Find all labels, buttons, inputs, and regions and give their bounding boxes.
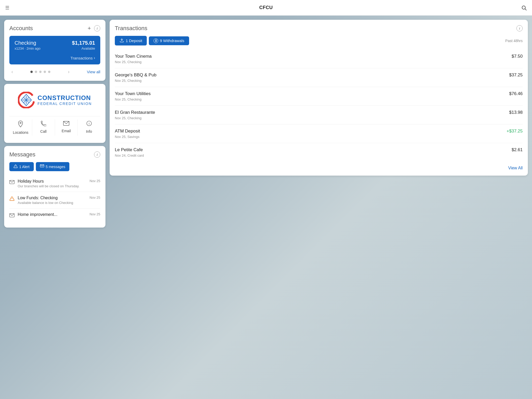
call-button[interactable]: Call: [32, 117, 55, 138]
messages-tab[interactable]: 5 messages: [36, 162, 69, 171]
view-all-accounts-button[interactable]: View all: [87, 70, 100, 74]
cfcu-logo-svg: [18, 92, 35, 108]
trans-left-1: George's BBQ & Pub Nov 25, Checking: [115, 72, 156, 83]
search-button[interactable]: [521, 5, 527, 11]
messages-title: Messages: [9, 151, 35, 158]
account-transactions-link[interactable]: Transactions ›: [15, 56, 95, 60]
trans-left-3: El Gran Restaurante Nov 25, Checking: [115, 110, 155, 120]
transaction-row-5[interactable]: Le Petite Cafe Nov 24, Credit card $2.61: [115, 143, 523, 162]
withdrawals-filter-button[interactable]: S 9 Withdrawals: [149, 36, 189, 45]
trans-merchant-0: Your Town Cinema: [115, 54, 152, 59]
trans-amount-3: $13.98: [509, 110, 523, 115]
transactions-list: Your Town Cinema Nov 25, Checking $7.50 …: [115, 50, 523, 162]
trans-amount-0: $7.50: [511, 54, 523, 59]
transaction-row-1[interactable]: George's BBQ & Pub Nov 25, Checking $37.…: [115, 68, 523, 87]
alert-title: Low Funds: Checking: [18, 196, 87, 200]
institution-name-line1: CONSTRUCTION: [38, 94, 92, 102]
trans-detail-5: Nov 24, Credit card: [115, 154, 144, 157]
trans-detail-3: Nov 25, Checking: [115, 116, 155, 120]
add-account-button[interactable]: +: [88, 25, 91, 32]
svg-point-9: [20, 122, 21, 124]
account-name: Checking: [15, 40, 41, 46]
institution-name-line2: FEDERAL CREDIT UNION: [38, 102, 92, 106]
transaction-row-0[interactable]: Your Town Cinema Nov 25, Checking $7.50: [115, 50, 523, 68]
left-column: Accounts + i Checking x1234 · 2min ago: [4, 20, 105, 228]
logo-text: CONSTRUCTION FEDERAL CREDIT UNION: [38, 94, 92, 106]
checking-account[interactable]: Checking x1234 · 2min ago $1,175.01 Avai…: [9, 36, 100, 64]
transactions-header: Transactions i: [115, 25, 523, 32]
menu-button[interactable]: ☰: [5, 5, 9, 11]
trans-amount-1: $37.25: [509, 72, 523, 78]
messages-info-button[interactable]: i: [94, 151, 100, 158]
transactions-label: Transactions: [70, 56, 92, 60]
next-account-button[interactable]: ›: [66, 68, 71, 76]
institution-actions: Locations Call: [9, 116, 100, 138]
email-button[interactable]: Email: [55, 117, 78, 138]
accounts-actions: + i: [88, 25, 100, 32]
alert-item[interactable]: Low Funds: Checking Available balance is…: [9, 192, 100, 209]
message-date-2: Nov 25: [90, 212, 100, 216]
account-available: Available: [72, 46, 95, 50]
prev-account-button[interactable]: ‹: [9, 68, 15, 76]
messages-card: Messages i 1 Alert: [4, 146, 105, 228]
messages-tab-icon: [40, 164, 44, 169]
message-date: Nov 25: [90, 179, 100, 183]
dot-3: [39, 71, 42, 73]
deposit-filter-button[interactable]: 1 Deposit: [115, 36, 147, 45]
email-icon: [63, 121, 69, 127]
withdrawals-icon: S: [154, 38, 158, 43]
alert-tab[interactable]: 1 Alert: [9, 162, 34, 171]
phone-icon: [41, 121, 46, 128]
info-label: Info: [86, 129, 92, 134]
accounts-header: Accounts + i: [9, 25, 100, 32]
accounts-card: Accounts + i Checking x1234 · 2min ago: [4, 20, 105, 81]
app-header: ☰ CFCU: [0, 0, 532, 16]
view-all-transactions: View All: [115, 162, 523, 170]
search-icon: [521, 5, 527, 11]
account-sub: x1234 · 2min ago: [15, 46, 41, 50]
messages-tab-label: 5 messages: [46, 165, 65, 169]
trans-detail-0: Nov 25, Checking: [115, 60, 152, 64]
dot-1: [30, 71, 33, 73]
account-block-top: Checking x1234 · 2min ago $1,175.01 Avai…: [15, 40, 95, 50]
dot-4: [44, 71, 46, 73]
trans-left-0: Your Town Cinema Nov 25, Checking: [115, 54, 152, 64]
alert-date: Nov 25: [90, 196, 100, 200]
messages-list: Holiday Hours Our branches will be close…: [9, 175, 100, 222]
transaction-row-3[interactable]: El Gran Restaurante Nov 25, Checking $13…: [115, 106, 523, 124]
alert-sub: Available balance is low on Checking: [18, 201, 87, 205]
trans-amount-4: +$37.25: [507, 129, 523, 134]
cfcu-logo-icon: [18, 92, 35, 108]
info-circle-icon: [86, 121, 92, 128]
transactions-card: Transactions i 1 Deposit S: [110, 20, 528, 176]
trans-merchant-4: ATM Deposit: [115, 129, 140, 134]
message-item[interactable]: Holiday Hours Our branches will be close…: [9, 175, 100, 192]
info-button[interactable]: Info: [78, 117, 100, 138]
transactions-info-button[interactable]: i: [516, 25, 523, 31]
app-title: CFCU: [259, 5, 273, 10]
trans-detail-2: Nov 25, Checking: [115, 97, 151, 101]
accounts-title: Accounts: [9, 25, 33, 32]
account-info: Checking x1234 · 2min ago: [15, 40, 41, 50]
transaction-row-2[interactable]: Your Town Utilities Nov 25, Checking $76…: [115, 87, 523, 106]
message-item-2[interactable]: Home improvement... Nov 25: [9, 209, 100, 222]
mail-icon: [9, 179, 15, 185]
trans-left-2: Your Town Utilities Nov 25, Checking: [115, 91, 151, 101]
mail-icon-2: [9, 213, 15, 219]
alert-tab-icon: [14, 164, 18, 169]
trans-amount-5: $2.61: [511, 147, 523, 152]
accounts-info-button[interactable]: i: [94, 25, 100, 31]
locations-button[interactable]: Locations: [9, 117, 32, 138]
view-all-transactions-button[interactable]: View All: [508, 166, 523, 170]
message-body-2: Home improvement...: [18, 212, 87, 217]
alert-body: Low Funds: Checking Available balance is…: [18, 196, 87, 205]
chevron-right-icon: ›: [94, 56, 95, 60]
transaction-row-4[interactable]: ATM Deposit Nov 25, Savings +$37.25: [115, 124, 523, 143]
right-column: Transactions i 1 Deposit S: [110, 20, 528, 176]
messages-header: Messages i: [9, 151, 100, 158]
account-balance: $1,175.01: [72, 40, 95, 46]
main-content: Accounts + i Checking x1234 · 2min ago: [0, 16, 532, 399]
trans-left-5: Le Petite Cafe Nov 24, Credit card: [115, 147, 144, 157]
transactions-title: Transactions: [115, 25, 147, 32]
hamburger-icon: ☰: [5, 5, 9, 11]
